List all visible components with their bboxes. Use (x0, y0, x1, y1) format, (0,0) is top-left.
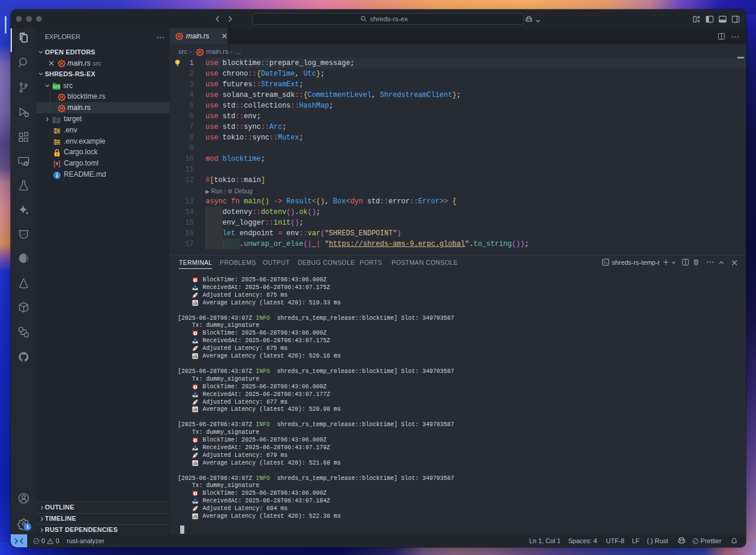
svg-text:T: T (56, 161, 58, 167)
svg-text:R: R (60, 95, 64, 100)
svg-text:R: R (60, 61, 64, 66)
svg-text:R: R (60, 106, 64, 111)
svg-text:</>: </> (53, 85, 60, 89)
svg-text:R: R (178, 34, 181, 39)
svg-text:R: R (198, 50, 202, 55)
